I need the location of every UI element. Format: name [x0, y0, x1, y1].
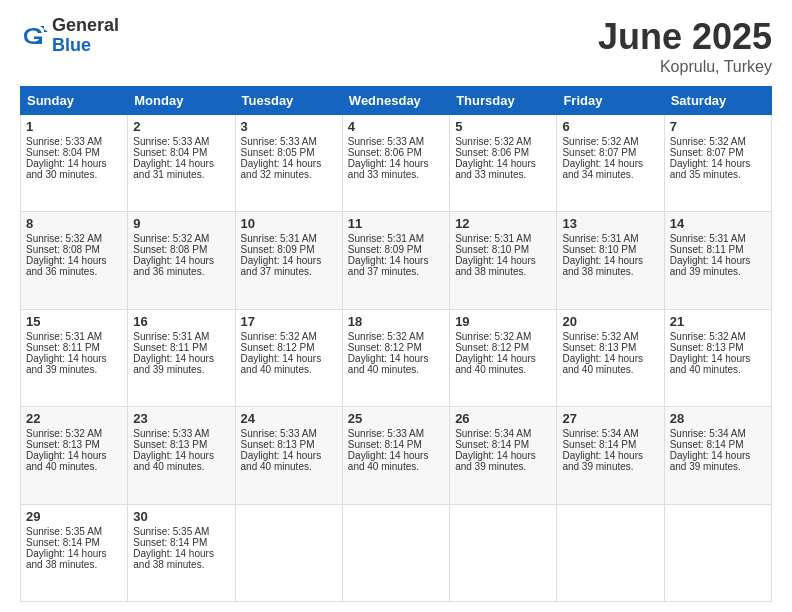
sunset-label-16: Sunset: 8:11 PM	[133, 342, 207, 353]
day-number-19: 19	[455, 314, 551, 329]
day-cell-16: 16 Sunrise: 5:31 AM Sunset: 8:11 PM Dayl…	[128, 309, 235, 406]
day-cell-18: 18 Sunrise: 5:32 AM Sunset: 8:12 PM Dayl…	[342, 309, 449, 406]
sunrise-label-11: Sunrise: 5:31 AM	[348, 233, 424, 244]
sunset-label-20: Sunset: 8:13 PM	[562, 342, 636, 353]
sunset-label-15: Sunset: 8:11 PM	[26, 342, 100, 353]
daylight-label-13: Daylight: 14 hours and 38 minutes.	[562, 255, 643, 277]
daylight-label-4: Daylight: 14 hours and 33 minutes.	[348, 158, 429, 180]
day-cell-8: 8 Sunrise: 5:32 AM Sunset: 8:08 PM Dayli…	[21, 212, 128, 309]
col-sunday: Sunday	[21, 87, 128, 115]
day-cell-23: 23 Sunrise: 5:33 AM Sunset: 8:13 PM Dayl…	[128, 407, 235, 504]
day-cell-4: 4 Sunrise: 5:33 AM Sunset: 8:06 PM Dayli…	[342, 115, 449, 212]
day-number-17: 17	[241, 314, 337, 329]
daylight-label-8: Daylight: 14 hours and 36 minutes.	[26, 255, 107, 277]
day-number-23: 23	[133, 411, 229, 426]
day-cell-29: 29 Sunrise: 5:35 AM Sunset: 8:14 PM Dayl…	[21, 504, 128, 601]
sunset-label-1: Sunset: 8:04 PM	[26, 147, 100, 158]
day-cell-5: 5 Sunrise: 5:32 AM Sunset: 8:06 PM Dayli…	[450, 115, 557, 212]
sunrise-label-26: Sunrise: 5:34 AM	[455, 428, 531, 439]
day-number-21: 21	[670, 314, 766, 329]
header: General Blue June 2025 Koprulu, Turkey	[20, 16, 772, 76]
sunrise-label-5: Sunrise: 5:32 AM	[455, 136, 531, 147]
daylight-label-9: Daylight: 14 hours and 36 minutes.	[133, 255, 214, 277]
sunrise-label-10: Sunrise: 5:31 AM	[241, 233, 317, 244]
sunrise-label-12: Sunrise: 5:31 AM	[455, 233, 531, 244]
day-number-25: 25	[348, 411, 444, 426]
daylight-label-19: Daylight: 14 hours and 40 minutes.	[455, 353, 536, 375]
daylight-label-15: Daylight: 14 hours and 39 minutes.	[26, 353, 107, 375]
week-row-4: 29 Sunrise: 5:35 AM Sunset: 8:14 PM Dayl…	[21, 504, 772, 601]
day-cell-24: 24 Sunrise: 5:33 AM Sunset: 8:13 PM Dayl…	[235, 407, 342, 504]
sunrise-label-19: Sunrise: 5:32 AM	[455, 331, 531, 342]
day-cell-11: 11 Sunrise: 5:31 AM Sunset: 8:09 PM Dayl…	[342, 212, 449, 309]
sunrise-label-4: Sunrise: 5:33 AM	[348, 136, 424, 147]
day-cell-10: 10 Sunrise: 5:31 AM Sunset: 8:09 PM Dayl…	[235, 212, 342, 309]
day-cell-1: 1 Sunrise: 5:33 AM Sunset: 8:04 PM Dayli…	[21, 115, 128, 212]
logo: General Blue	[20, 16, 119, 56]
calendar: Sunday Monday Tuesday Wednesday Thursday…	[20, 86, 772, 602]
day-number-4: 4	[348, 119, 444, 134]
title-month: June 2025	[598, 16, 772, 58]
day-number-11: 11	[348, 216, 444, 231]
sunset-label-25: Sunset: 8:14 PM	[348, 439, 422, 450]
daylight-label-18: Daylight: 14 hours and 40 minutes.	[348, 353, 429, 375]
title-block: June 2025 Koprulu, Turkey	[598, 16, 772, 76]
day-cell-22: 22 Sunrise: 5:32 AM Sunset: 8:13 PM Dayl…	[21, 407, 128, 504]
day-number-2: 2	[133, 119, 229, 134]
daylight-label-5: Daylight: 14 hours and 33 minutes.	[455, 158, 536, 180]
daylight-label-23: Daylight: 14 hours and 40 minutes.	[133, 450, 214, 472]
sunset-label-13: Sunset: 8:10 PM	[562, 244, 636, 255]
daylight-label-2: Daylight: 14 hours and 31 minutes.	[133, 158, 214, 180]
daylight-label-22: Daylight: 14 hours and 40 minutes.	[26, 450, 107, 472]
sunrise-label-24: Sunrise: 5:33 AM	[241, 428, 317, 439]
day-cell-12: 12 Sunrise: 5:31 AM Sunset: 8:10 PM Dayl…	[450, 212, 557, 309]
day-number-5: 5	[455, 119, 551, 134]
daylight-label-24: Daylight: 14 hours and 40 minutes.	[241, 450, 322, 472]
daylight-label-1: Daylight: 14 hours and 30 minutes.	[26, 158, 107, 180]
sunrise-label-25: Sunrise: 5:33 AM	[348, 428, 424, 439]
day-number-16: 16	[133, 314, 229, 329]
week-row-2: 15 Sunrise: 5:31 AM Sunset: 8:11 PM Dayl…	[21, 309, 772, 406]
day-cell-28: 28 Sunrise: 5:34 AM Sunset: 8:14 PM Dayl…	[664, 407, 771, 504]
sunset-label-17: Sunset: 8:12 PM	[241, 342, 315, 353]
sunrise-label-27: Sunrise: 5:34 AM	[562, 428, 638, 439]
sunset-label-21: Sunset: 8:13 PM	[670, 342, 744, 353]
sunrise-label-6: Sunrise: 5:32 AM	[562, 136, 638, 147]
sunrise-label-30: Sunrise: 5:35 AM	[133, 526, 209, 537]
daylight-label-6: Daylight: 14 hours and 34 minutes.	[562, 158, 643, 180]
daylight-label-27: Daylight: 14 hours and 39 minutes.	[562, 450, 643, 472]
day-number-15: 15	[26, 314, 122, 329]
day-number-29: 29	[26, 509, 122, 524]
sunset-label-27: Sunset: 8:14 PM	[562, 439, 636, 450]
sunrise-label-21: Sunrise: 5:32 AM	[670, 331, 746, 342]
day-number-9: 9	[133, 216, 229, 231]
day-cell-7: 7 Sunrise: 5:32 AM Sunset: 8:07 PM Dayli…	[664, 115, 771, 212]
empty-cell	[450, 504, 557, 601]
day-cell-6: 6 Sunrise: 5:32 AM Sunset: 8:07 PM Dayli…	[557, 115, 664, 212]
day-cell-19: 19 Sunrise: 5:32 AM Sunset: 8:12 PM Dayl…	[450, 309, 557, 406]
daylight-label-21: Daylight: 14 hours and 40 minutes.	[670, 353, 751, 375]
day-number-28: 28	[670, 411, 766, 426]
day-number-3: 3	[241, 119, 337, 134]
day-cell-17: 17 Sunrise: 5:32 AM Sunset: 8:12 PM Dayl…	[235, 309, 342, 406]
day-number-1: 1	[26, 119, 122, 134]
sunset-label-10: Sunset: 8:09 PM	[241, 244, 315, 255]
day-cell-9: 9 Sunrise: 5:32 AM Sunset: 8:08 PM Dayli…	[128, 212, 235, 309]
empty-cell	[664, 504, 771, 601]
sunset-label-12: Sunset: 8:10 PM	[455, 244, 529, 255]
sunset-label-18: Sunset: 8:12 PM	[348, 342, 422, 353]
sunset-label-24: Sunset: 8:13 PM	[241, 439, 315, 450]
day-cell-21: 21 Sunrise: 5:32 AM Sunset: 8:13 PM Dayl…	[664, 309, 771, 406]
sunrise-label-13: Sunrise: 5:31 AM	[562, 233, 638, 244]
col-thursday: Thursday	[450, 87, 557, 115]
day-cell-13: 13 Sunrise: 5:31 AM Sunset: 8:10 PM Dayl…	[557, 212, 664, 309]
sunset-label-8: Sunset: 8:08 PM	[26, 244, 100, 255]
day-cell-2: 2 Sunrise: 5:33 AM Sunset: 8:04 PM Dayli…	[128, 115, 235, 212]
daylight-label-29: Daylight: 14 hours and 38 minutes.	[26, 548, 107, 570]
sunset-label-14: Sunset: 8:11 PM	[670, 244, 744, 255]
sunrise-label-3: Sunrise: 5:33 AM	[241, 136, 317, 147]
logo-icon	[20, 22, 48, 50]
daylight-label-20: Daylight: 14 hours and 40 minutes.	[562, 353, 643, 375]
sunset-label-7: Sunset: 8:07 PM	[670, 147, 744, 158]
logo-general: General	[52, 16, 119, 36]
